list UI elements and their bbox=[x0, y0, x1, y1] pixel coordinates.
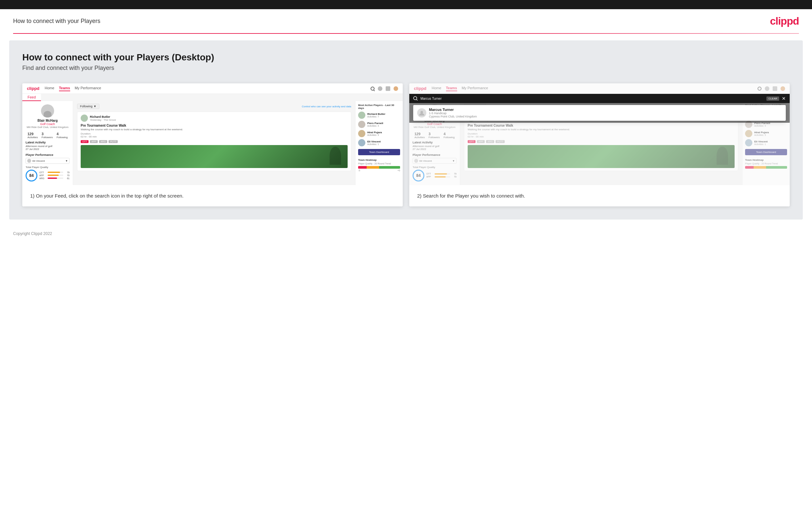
search-icon-2 bbox=[758, 87, 762, 91]
search-result-handicap: 1-5 Handicap bbox=[429, 112, 477, 115]
quality-bars: OTT 79 APP bbox=[39, 171, 69, 180]
player-select-name: Eli Vincent bbox=[33, 160, 45, 162]
heatmap-label-neg: -5 bbox=[358, 169, 360, 172]
player-acts-1: Activities: 7 bbox=[367, 116, 385, 118]
latest-activity-name-2: Afternoon round of golf bbox=[413, 145, 457, 148]
activity-user-name: Richard Butler bbox=[90, 115, 116, 119]
tag-arg: ARG bbox=[99, 140, 107, 143]
nav-myperformance-1[interactable]: My Performance bbox=[75, 86, 101, 91]
nav-home-1[interactable]: Home bbox=[45, 86, 54, 91]
clear-button[interactable]: CLEAR bbox=[766, 96, 779, 101]
svg-line-1 bbox=[417, 99, 418, 100]
heatmap-green bbox=[379, 166, 400, 169]
heatmap-red bbox=[358, 166, 367, 169]
nav-teams-1[interactable]: Teams bbox=[59, 86, 70, 91]
screenshots-row: clippd Home Teams My Performance bbox=[22, 83, 790, 206]
tag-putt: PUTT bbox=[108, 140, 118, 143]
heatmap-sub-2: Player Quality - 20 Round Trend bbox=[745, 162, 787, 165]
stat-following-num: 4 bbox=[56, 132, 67, 136]
control-link[interactable]: Control who can see your activity and da… bbox=[302, 105, 351, 108]
tag-ott-2: OTT bbox=[468, 140, 476, 143]
activity-duration: Duration 02 hr : 00 min bbox=[81, 132, 348, 138]
latest-activity-title-2: Latest Activity bbox=[413, 141, 457, 144]
team-dashboard-button[interactable]: Team Dashboard bbox=[358, 149, 400, 155]
svg-point-0 bbox=[414, 96, 417, 100]
mock-app-1: clippd Home Teams My Performance bbox=[22, 83, 403, 185]
heatmap-sub: Player Quality - 20 Round Trend bbox=[358, 162, 400, 165]
logo: clippd bbox=[770, 15, 799, 27]
activity-desc-2: Walking the course with my coach to buil… bbox=[468, 128, 734, 131]
search-icon[interactable] bbox=[371, 87, 375, 91]
bar-app-bg bbox=[48, 175, 63, 176]
app-body-1: Blair McHarg Golf Coach Mill Ride Golf C… bbox=[22, 101, 403, 185]
player-acts-3: Activities: 3 bbox=[367, 134, 382, 136]
player-item-1: Richard Butler Activities: 7 bbox=[358, 112, 400, 119]
activity-avatar bbox=[81, 115, 88, 122]
player-select-avatar bbox=[27, 159, 31, 163]
search-icon-overlay bbox=[413, 96, 418, 101]
player-select-1[interactable]: Eli Vincent ▼ bbox=[26, 158, 69, 164]
main-subtitle: Find and connect with your Players bbox=[22, 65, 790, 72]
close-icon[interactable]: ✕ bbox=[782, 96, 786, 101]
search-query[interactable]: Marcus Turner bbox=[420, 97, 764, 100]
header: How to connect with your Players clippd bbox=[0, 9, 812, 33]
stat-activities-num: 129 bbox=[28, 132, 38, 136]
main-content: How to connect with your Players (Deskto… bbox=[9, 40, 803, 219]
feed-tab-1[interactable]: Feed bbox=[22, 94, 41, 101]
player-select-chevron-2: ▼ bbox=[452, 160, 455, 162]
search-result-item[interactable]: Marcus Turner 1-5 Handicap Cypress Point… bbox=[413, 105, 786, 121]
player-info-2: Piers Parnell Activities: 4 bbox=[367, 122, 383, 127]
caption-text-2: Search for the Player you wish to connec… bbox=[423, 193, 525, 199]
nav-teams-2: Teams bbox=[446, 86, 457, 91]
quality-circle: 84 OTT 79 APP bbox=[26, 170, 69, 181]
bar-arg-num: 61 bbox=[64, 177, 69, 179]
team-heatmap-label: Team Heatmap bbox=[358, 159, 400, 162]
quality-label-2: Total Player Quality bbox=[413, 166, 457, 169]
bar-ott: OTT 79 bbox=[39, 171, 69, 174]
caption-step-1: 1) On your Feed, click on the search ico… bbox=[30, 192, 395, 199]
profile-club-1: Mill Ride Golf Club, United Kingdom bbox=[26, 126, 69, 129]
bar-ott-fill bbox=[48, 172, 60, 173]
activity-image-2 bbox=[468, 145, 734, 168]
activity-user-sub: Yesterday · The Grove bbox=[90, 119, 116, 121]
profile-stats-2: 129Activities 3Followers 4Following bbox=[413, 132, 457, 139]
following-bar: Following ▼ Control who can see your act… bbox=[77, 104, 351, 109]
app-logo-2: clippd bbox=[414, 86, 426, 91]
following-dropdown[interactable]: Following ▼ bbox=[77, 104, 99, 109]
settings-icon-2 bbox=[773, 86, 777, 91]
heatmap-bar-2 bbox=[745, 166, 787, 169]
player-info-4: Eli Vincent Activities: 1 bbox=[367, 140, 381, 145]
settings-icon[interactable] bbox=[386, 86, 390, 91]
bar-app-label: APP bbox=[39, 174, 47, 176]
latest-activity-2: Latest Activity Afternoon round of golf … bbox=[413, 141, 457, 151]
quality-bars-2: OTT 79 APP 70 bbox=[426, 173, 457, 178]
caption-text-1: On your Feed, click on the search icon i… bbox=[36, 193, 184, 199]
bar-app-fill bbox=[48, 175, 59, 176]
bar-app-num: 70 bbox=[64, 174, 69, 176]
activity-tags: OTT APP ARG PUTT bbox=[81, 140, 348, 143]
caption-area-2: 2) Search for the Player you wish to con… bbox=[409, 185, 790, 206]
user-icon[interactable] bbox=[378, 86, 382, 91]
stat-followers-num: 3 bbox=[42, 132, 53, 136]
search-bar-overlay: Marcus Turner CLEAR ✕ bbox=[409, 94, 790, 103]
app-nav-1: clippd Home Teams My Performance bbox=[22, 83, 403, 94]
following-chevron: ▼ bbox=[93, 105, 96, 108]
bar-app: APP 70 bbox=[39, 174, 69, 176]
activity-title: Pre Tournament Course Walk bbox=[81, 124, 348, 127]
search-result-name: Marcus Turner bbox=[429, 108, 477, 112]
player-item-3: Hiral Pujara Activities: 3 bbox=[358, 130, 400, 137]
player-name-1: Richard Butler bbox=[367, 113, 385, 116]
profile-icon[interactable] bbox=[393, 86, 398, 91]
bar-arg: ARG 61 bbox=[39, 177, 69, 179]
app-center-1: Following ▼ Control who can see your act… bbox=[73, 101, 355, 185]
player-acts-4: Activities: 1 bbox=[367, 143, 381, 145]
stat-followers: 3 Followers bbox=[42, 132, 53, 139]
search-overlay: Marcus Turner CLEAR ✕ bbox=[409, 94, 790, 123]
stat-following-2: 4Following bbox=[443, 132, 455, 139]
screenshot-panel-2: clippd Home Teams My Performance bbox=[409, 83, 790, 206]
player-select-avatar-2 bbox=[414, 159, 418, 163]
duration-value: 02 hr : 00 min bbox=[81, 135, 97, 138]
top-bar bbox=[0, 0, 812, 9]
player-info-3: Hiral Pujara Activities: 3 bbox=[367, 131, 382, 136]
copyright: Copyright Clippd 2022 bbox=[13, 231, 52, 236]
